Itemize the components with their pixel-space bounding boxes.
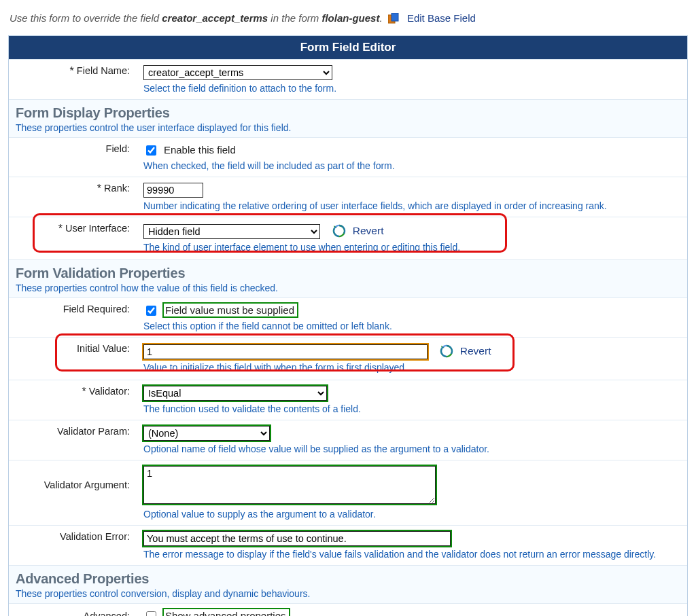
field-required-hint: Select this option if the field cannot b… [143,321,680,331]
advanced-label: Show advanced properties [165,610,286,616]
label-user-interface: * User Interface: [9,217,137,260]
form-field-editor-panel: Form Field Editor * Field Name: creator_… [8,35,688,616]
section-display-sub: These properties control the user interf… [16,122,680,133]
section-display-heading: Form Display Properties [16,105,680,121]
label-advanced: Advanced: [9,604,137,617]
validator-hint: The function used to validate the conten… [143,403,680,414]
enable-field-hint: When checked, the field will be included… [143,160,680,171]
validator-param-select[interactable]: (None) [143,426,270,441]
initial-value-input[interactable] [143,344,428,359]
user-interface-select[interactable]: Hidden field [143,224,320,239]
field-required-checkbox[interactable] [146,306,156,316]
rank-hint: Number indicating the relative ordering … [143,200,680,211]
edit-base-field-link[interactable]: Edit Base Field [407,12,476,24]
edit-base-icon [388,13,400,26]
validation-error-input[interactable] [143,531,451,546]
label-validator-param: Validator Param: [9,420,137,460]
field-name-hint: Select the field definition to attach to… [143,83,680,94]
label-field: Field: [9,138,137,177]
section-advanced-sub: These properties control conversion, dis… [16,588,680,599]
validator-param-hint: Optional name of field whose value will … [143,443,680,454]
revert-icon [332,224,346,238]
svg-rect-1 [392,13,398,21]
section-validation-heading: Form Validation Properties [16,266,680,281]
validator-select[interactable]: IsEqual [143,386,327,401]
label-initial-value: Initial Value: [9,338,137,380]
revert-ui-link[interactable]: Revert [353,225,384,236]
intro-field-name: creator_accept_terms [162,12,268,24]
advanced-checkbox[interactable] [146,611,156,616]
section-validation-sub: These properties control how the value o… [16,283,680,293]
label-validator-argument: Validator Argument: [9,460,137,526]
validation-error-hint: The error message to display if the fiel… [143,549,680,560]
field-name-select[interactable]: creator_accept_terms [143,65,332,80]
label-validator: * Validator: [9,380,137,420]
field-required-label: Field value must be supplied [165,304,294,316]
label-field-required: Field Required: [9,298,137,338]
label-validation-error: Validation Error: [9,526,137,566]
initial-value-hint: Value to initialize this field with when… [143,362,680,373]
user-interface-hint: The kind of user interface element to us… [143,242,680,253]
label-field-name: * Field Name: [9,60,137,100]
validator-argument-textarea[interactable]: 1 [143,466,436,504]
enable-field-checkbox[interactable] [146,145,156,156]
revert-icon [440,344,453,358]
enable-field-label: Enable this field [164,144,236,156]
intro-text: Use this form to override the field crea… [10,12,691,26]
label-rank: * Rank: [9,177,137,217]
validator-argument-hint: Optional value to supply as the argument… [143,509,680,520]
revert-initial-link[interactable]: Revert [460,345,491,357]
intro-form-name: flolan-guest [321,12,379,24]
rank-input[interactable] [143,183,203,198]
section-advanced-heading: Advanced Properties [16,571,680,587]
panel-header: Form Field Editor [9,36,687,59]
